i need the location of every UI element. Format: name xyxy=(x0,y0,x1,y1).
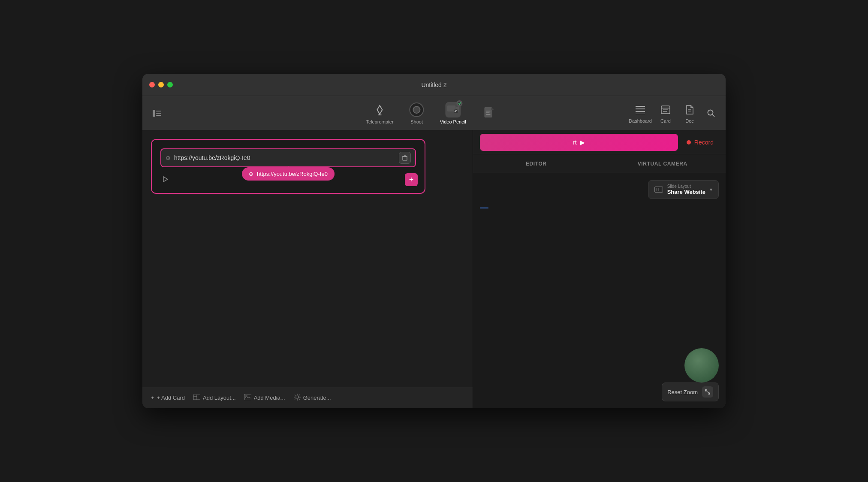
toolbar-left xyxy=(149,105,165,121)
start-button[interactable]: rt ▶ xyxy=(480,134,678,151)
reset-zoom-label: Reset Zoom xyxy=(667,389,698,395)
svg-line-40 xyxy=(295,395,295,395)
bottom-toolbar: + + Add Card Add Layout... xyxy=(142,387,473,408)
url-input-row: ⊕ xyxy=(160,148,416,167)
slide-layout-label: Slide Layout xyxy=(667,184,705,189)
svg-rect-1 xyxy=(156,111,161,111)
record-button[interactable]: Record xyxy=(681,139,719,146)
svg-rect-9 xyxy=(485,107,492,117)
card-area: ⊕ xyxy=(142,130,473,387)
doc-label: Doc xyxy=(685,118,694,124)
shoot-label: Shoot xyxy=(410,119,423,124)
start-label: rt xyxy=(573,139,577,146)
slide-chevron-icon: ▾ xyxy=(710,187,712,193)
card-label: Card xyxy=(660,118,671,124)
shoot-icon xyxy=(409,102,425,117)
titlebar: Untitled 2 xyxy=(142,74,726,96)
app-window: Untitled 2 xyxy=(142,74,726,408)
svg-point-23 xyxy=(708,110,713,115)
record-dot-icon xyxy=(687,140,691,145)
right-content: Slide Layout Share Website ▾ Reset Zoom xyxy=(473,173,726,408)
toolbar: Teleprompter Shoot xyxy=(142,96,726,130)
right-top-bar: rt ▶ Record xyxy=(473,130,726,154)
svg-rect-2 xyxy=(156,113,161,114)
right-panel: rt ▶ Record EDITOR VIRTUAL CAMERA xyxy=(473,130,726,408)
slide-layout-value: Share Website xyxy=(667,189,705,195)
main-content: ⊕ xyxy=(142,130,726,408)
url-dropdown-text: https://youtu.be/zRokgiQ-Ie0 xyxy=(257,171,328,177)
camera-preview xyxy=(684,348,719,383)
toolbar-item-doc[interactable]: Doc xyxy=(679,103,700,124)
play-button[interactable] xyxy=(160,174,171,184)
toolbar-item-card[interactable]: Card xyxy=(655,103,676,124)
tab-editor[interactable]: EDITOR xyxy=(473,154,600,173)
toolbar-right: Dashboard Card xyxy=(629,103,719,124)
toolbar-item-dashboard[interactable]: Dashboard xyxy=(629,103,652,124)
add-layout-button[interactable]: Add Layout... xyxy=(193,395,236,401)
svg-rect-0 xyxy=(153,110,155,117)
globe-icon: ⊕ xyxy=(166,154,171,161)
generate-button[interactable]: Generate... xyxy=(294,394,331,402)
add-media-button[interactable]: Add Media... xyxy=(244,394,285,401)
close-button[interactable] xyxy=(149,82,155,87)
doc-icon xyxy=(683,103,696,117)
toolbar-center: Teleprompter Shoot xyxy=(366,102,502,124)
svg-rect-33 xyxy=(244,394,251,400)
svg-line-41 xyxy=(298,399,299,400)
dashboard-label: Dashboard xyxy=(629,118,652,124)
window-title: Untitled 2 xyxy=(421,81,446,88)
traffic-lights xyxy=(142,82,173,87)
url-dropdown-inner: ⊕ https://youtu.be/zRokgiQ-Ie0 xyxy=(242,167,335,181)
svg-line-43 xyxy=(295,399,295,400)
video-pencil-icon xyxy=(445,102,461,117)
generate-icon xyxy=(294,394,301,402)
minimize-button[interactable] xyxy=(158,82,164,87)
blue-line-indicator xyxy=(480,208,488,208)
svg-line-42 xyxy=(298,395,299,395)
svg-point-35 xyxy=(296,396,298,398)
add-card-label: + Add Card xyxy=(157,395,185,401)
svg-line-24 xyxy=(712,114,714,117)
dashboard-icon xyxy=(633,103,647,117)
left-panel: ⊕ xyxy=(142,130,473,408)
url-dropdown[interactable]: ⊕ https://youtu.be/zRokgiQ-Ie0 xyxy=(242,167,335,181)
card-icon xyxy=(659,103,672,117)
extra-icon xyxy=(482,105,497,121)
slide-layout-text: Slide Layout Share Website xyxy=(667,184,705,195)
toolbar-item-teleprompter[interactable]: Teleprompter xyxy=(366,102,393,124)
search-button[interactable] xyxy=(703,105,719,121)
svg-rect-25 xyxy=(403,157,407,160)
slide-layout-selector[interactable]: Slide Layout Share Website ▾ xyxy=(648,180,719,199)
toolbar-item-video-pencil[interactable]: Video Pencil xyxy=(440,102,466,124)
reset-zoom-button[interactable]: Reset Zoom xyxy=(662,383,719,401)
teleprompter-label: Teleprompter xyxy=(366,119,393,124)
reset-zoom-icon xyxy=(702,386,713,398)
teleprompter-icon xyxy=(372,102,388,117)
svg-rect-3 xyxy=(156,115,161,116)
url-delete-button[interactable] xyxy=(399,152,411,164)
start-play-icon: ▶ xyxy=(580,139,585,146)
record-label: Record xyxy=(694,139,714,146)
add-url-button[interactable]: + xyxy=(405,173,418,186)
tab-virtual-camera[interactable]: VIRTUAL CAMERA xyxy=(600,154,726,173)
toolbar-item-shoot[interactable]: Shoot xyxy=(404,102,430,124)
add-layout-icon xyxy=(193,395,200,401)
add-card-button[interactable]: + + Add Card xyxy=(151,395,185,401)
maximize-button[interactable] xyxy=(167,82,173,87)
add-media-icon xyxy=(244,394,251,401)
url-input[interactable] xyxy=(174,154,395,161)
add-card-icon: + xyxy=(151,395,154,401)
sidebar-toggle-button[interactable] xyxy=(149,105,165,121)
right-tabs: EDITOR VIRTUAL CAMERA xyxy=(473,154,726,173)
url-card: ⊕ xyxy=(151,139,425,194)
add-media-label: Add Media... xyxy=(254,395,285,401)
toolbar-item-extra[interactable] xyxy=(476,105,502,121)
slide-layout-icon xyxy=(654,187,663,193)
dropdown-globe-icon: ⊕ xyxy=(249,171,253,177)
video-pencil-label: Video Pencil xyxy=(440,119,466,124)
add-layout-label: Add Layout... xyxy=(203,395,236,401)
generate-label: Generate... xyxy=(303,395,331,401)
